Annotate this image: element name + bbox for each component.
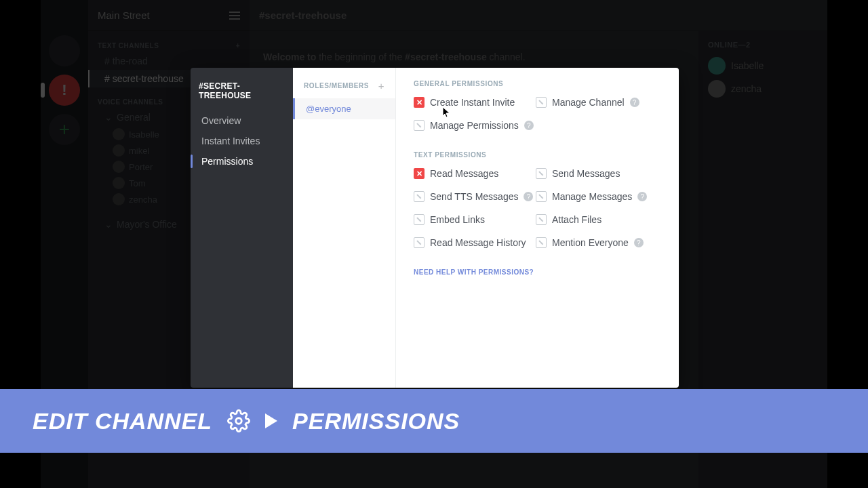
section-text: TEXT PERMISSIONS — [414, 151, 661, 159]
gear-icon — [227, 409, 250, 432]
role-everyone[interactable]: @everyone — [293, 98, 395, 119]
perm-manage-messages[interactable]: Manage Messages — [536, 191, 658, 202]
tutorial-banner: EDIT CHANNEL PERMISSIONS — [0, 389, 868, 453]
perm-manage-channel[interactable]: Manage Channel — [536, 97, 658, 108]
perm-manage-permissions[interactable]: Manage Permissions — [414, 120, 536, 131]
add-role-icon[interactable]: + — [378, 80, 384, 92]
perm-embed-links[interactable]: Embed Links — [414, 214, 536, 225]
perm-create-invite[interactable]: Create Instant Invite — [414, 97, 536, 108]
checkbox-deny-icon[interactable] — [414, 168, 425, 179]
perm-send-messages[interactable]: Send Messages — [536, 168, 658, 179]
roles-column: ROLES/MEMBERS + @everyone — [293, 68, 396, 388]
checkbox-deny-icon[interactable] — [414, 97, 425, 108]
help-icon[interactable] — [524, 121, 534, 130]
perm-attach-files[interactable]: Attach Files — [536, 214, 658, 225]
nav-permissions[interactable]: Permissions — [199, 152, 285, 171]
checkbox-neutral-icon[interactable] — [414, 237, 425, 248]
svg-point-0 — [236, 418, 242, 424]
channel-settings-modal: #SECRET-TREEHOUSE Overview Instant Invit… — [191, 68, 679, 388]
help-icon[interactable] — [637, 192, 647, 201]
help-icon[interactable] — [524, 192, 533, 201]
perm-mention-everyone[interactable]: Mention Everyone — [536, 237, 658, 248]
checkbox-neutral-icon[interactable] — [536, 191, 547, 202]
permissions-panel: GENERAL PERMISSIONS Create Instant Invit… — [396, 68, 679, 388]
modal-sidebar: #SECRET-TREEHOUSE Overview Instant Invit… — [191, 68, 293, 388]
help-icon[interactable] — [634, 238, 644, 247]
permissions-help-link[interactable]: NEED HELP WITH PERMISSIONS? — [414, 268, 661, 276]
checkbox-neutral-icon[interactable] — [536, 97, 547, 108]
perm-read-history[interactable]: Read Message History — [414, 237, 536, 248]
nav-instant-invites[interactable]: Instant Invites — [199, 131, 285, 150]
modal-title: #SECRET-TREEHOUSE — [199, 81, 285, 100]
banner-permissions: PERMISSIONS — [292, 408, 460, 434]
roles-header: ROLES/MEMBERS + — [293, 80, 395, 98]
checkbox-neutral-icon[interactable] — [536, 168, 547, 179]
nav-overview[interactable]: Overview — [199, 111, 285, 130]
help-icon[interactable] — [630, 98, 639, 107]
banner-edit-channel: EDIT CHANNEL — [33, 408, 212, 434]
triangle-right-icon — [265, 413, 277, 428]
checkbox-neutral-icon[interactable] — [536, 214, 547, 225]
checkbox-neutral-icon[interactable] — [414, 120, 425, 131]
checkbox-neutral-icon[interactable] — [536, 237, 547, 248]
checkbox-neutral-icon[interactable] — [414, 214, 425, 225]
perm-send-tts[interactable]: Send TTS Messages — [414, 191, 536, 202]
section-general: GENERAL PERMISSIONS — [414, 80, 661, 87]
checkbox-neutral-icon[interactable] — [414, 191, 425, 202]
perm-read-messages[interactable]: Read Messages — [414, 168, 536, 179]
